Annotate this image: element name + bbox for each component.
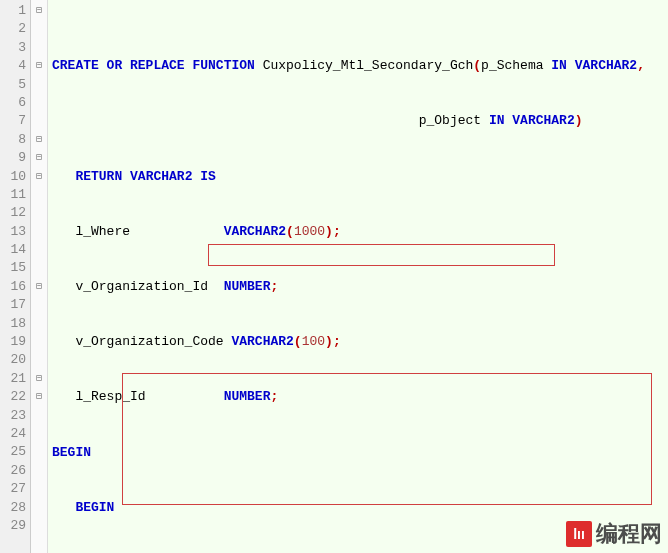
fold-marker <box>31 241 47 259</box>
line-number: 5 <box>2 76 26 94</box>
code-line: RETURN VARCHAR2 IS <box>52 168 668 186</box>
fold-marker <box>31 517 47 535</box>
line-number: 14 <box>2 241 26 259</box>
fold-marker[interactable]: ⊟ <box>31 57 47 75</box>
fold-marker <box>31 407 47 425</box>
line-number: 21 <box>2 370 26 388</box>
fold-marker[interactable]: ⊟ <box>31 131 47 149</box>
line-number: 20 <box>2 351 26 369</box>
fold-marker <box>31 499 47 517</box>
fold-marker <box>31 425 47 443</box>
line-number: 13 <box>2 223 26 241</box>
line-number: 23 <box>2 407 26 425</box>
fold-marker <box>31 39 47 57</box>
fold-marker[interactable]: ⊟ <box>31 168 47 186</box>
code-area: CREATE OR REPLACE FUNCTION Cuxpolicy_Mtl… <box>48 0 668 553</box>
line-number: 27 <box>2 480 26 498</box>
line-number: 22 <box>2 388 26 406</box>
line-number: 10 <box>2 168 26 186</box>
fold-marker <box>31 186 47 204</box>
line-number: 8 <box>2 131 26 149</box>
line-number: 7 <box>2 112 26 130</box>
line-number: 2 <box>2 20 26 38</box>
fold-marker <box>31 315 47 333</box>
code-line: BEGIN <box>52 444 668 462</box>
fold-marker <box>31 443 47 461</box>
fold-marker[interactable]: ⊟ <box>31 149 47 167</box>
fold-marker <box>31 259 47 277</box>
code-line: p_Object IN VARCHAR2) <box>52 112 668 130</box>
fold-marker <box>31 112 47 130</box>
line-number: 9 <box>2 149 26 167</box>
fold-marker <box>31 351 47 369</box>
line-number: 11 <box>2 186 26 204</box>
fold-marker[interactable]: ⊟ <box>31 278 47 296</box>
code-line: CREATE OR REPLACE FUNCTION Cuxpolicy_Mtl… <box>52 57 668 75</box>
fold-marker[interactable]: ⊟ <box>31 388 47 406</box>
fold-marker <box>31 480 47 498</box>
code-line: l_Resp_Id NUMBER; <box>52 388 668 406</box>
line-number-gutter: 1234567891011121314151617181920212223242… <box>0 0 31 553</box>
line-number: 6 <box>2 94 26 112</box>
line-number: 19 <box>2 333 26 351</box>
code-line: l_Where VARCHAR2(1000); <box>52 223 668 241</box>
fold-marker <box>31 76 47 94</box>
fold-gutter: ⊟⊟⊟⊟⊟⊟⊟⊟ <box>31 0 48 553</box>
watermark-logo-icon: lıı <box>566 521 592 547</box>
fold-marker <box>31 296 47 314</box>
code-line: v_Organization_Id NUMBER; <box>52 278 668 296</box>
line-number: 12 <box>2 204 26 222</box>
line-number: 18 <box>2 315 26 333</box>
line-number: 28 <box>2 499 26 517</box>
fold-marker <box>31 333 47 351</box>
line-number: 17 <box>2 296 26 314</box>
fold-marker[interactable]: ⊟ <box>31 2 47 20</box>
fold-marker <box>31 20 47 38</box>
line-number: 24 <box>2 425 26 443</box>
code-line: BEGIN <box>52 499 668 517</box>
fold-marker[interactable]: ⊟ <box>31 370 47 388</box>
fold-marker <box>31 462 47 480</box>
line-number: 16 <box>2 278 26 296</box>
line-number: 25 <box>2 443 26 461</box>
watermark: lıı 编程网 <box>566 521 662 547</box>
fold-marker <box>31 94 47 112</box>
code-line: v_Organization_Code VARCHAR2(100); <box>52 333 668 351</box>
line-number: 3 <box>2 39 26 57</box>
fold-marker <box>31 204 47 222</box>
line-number: 26 <box>2 462 26 480</box>
code-editor: 1234567891011121314151617181920212223242… <box>0 0 668 553</box>
line-number: 4 <box>2 57 26 75</box>
highlight-box <box>208 244 555 266</box>
watermark-text: 编程网 <box>596 525 662 543</box>
line-number: 15 <box>2 259 26 277</box>
line-number: 29 <box>2 517 26 535</box>
fold-marker <box>31 223 47 241</box>
line-number: 1 <box>2 2 26 20</box>
